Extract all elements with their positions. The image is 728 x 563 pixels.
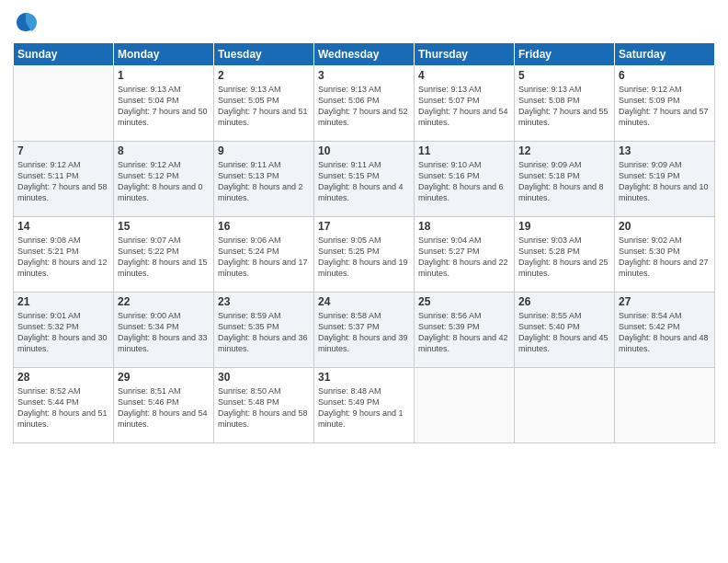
day-info: Sunrise: 8:56 AM Sunset: 5:39 PM Dayligh…: [418, 310, 510, 355]
day-number: 4: [418, 69, 510, 82]
day-cell: 30Sunrise: 8:50 AM Sunset: 5:48 PM Dayli…: [214, 368, 314, 443]
day-cell: 12Sunrise: 9:09 AM Sunset: 5:18 PM Dayli…: [515, 142, 615, 217]
day-cell: 6Sunrise: 9:12 AM Sunset: 5:09 PM Daylig…: [615, 66, 715, 142]
day-info: Sunrise: 9:09 AM Sunset: 5:18 PM Dayligh…: [518, 159, 610, 204]
day-info: Sunrise: 8:55 AM Sunset: 5:40 PM Dayligh…: [518, 310, 610, 355]
header-cell-saturday: Saturday: [615, 43, 715, 66]
day-cell: 23Sunrise: 8:59 AM Sunset: 5:35 PM Dayli…: [214, 293, 314, 368]
header-cell-monday: Monday: [114, 43, 214, 66]
day-cell: 14Sunrise: 9:08 AM Sunset: 5:21 PM Dayli…: [14, 217, 114, 293]
day-number: 9: [218, 144, 310, 157]
day-number: 25: [418, 295, 510, 308]
day-info: Sunrise: 9:13 AM Sunset: 5:07 PM Dayligh…: [418, 84, 510, 129]
day-number: 21: [17, 295, 109, 308]
header-cell-sunday: Sunday: [14, 43, 114, 66]
day-number: 10: [318, 144, 410, 157]
day-cell: 3Sunrise: 9:13 AM Sunset: 5:06 PM Daylig…: [314, 66, 415, 142]
day-info: Sunrise: 9:12 AM Sunset: 5:12 PM Dayligh…: [118, 159, 210, 204]
day-cell: 27Sunrise: 8:54 AM Sunset: 5:42 PM Dayli…: [615, 293, 715, 368]
day-number: 17: [318, 220, 410, 233]
day-number: 29: [118, 371, 210, 384]
day-cell: 16Sunrise: 9:06 AM Sunset: 5:24 PM Dayli…: [214, 217, 314, 293]
day-cell: 26Sunrise: 8:55 AM Sunset: 5:40 PM Dayli…: [515, 293, 615, 368]
header: [13, 9, 715, 35]
header-cell-thursday: Thursday: [415, 43, 515, 66]
day-info: Sunrise: 9:08 AM Sunset: 5:21 PM Dayligh…: [17, 235, 109, 280]
week-row-1: 1Sunrise: 9:13 AM Sunset: 5:04 PM Daylig…: [14, 66, 715, 142]
day-info: Sunrise: 9:12 AM Sunset: 5:09 PM Dayligh…: [619, 84, 711, 129]
day-cell: 19Sunrise: 9:03 AM Sunset: 5:28 PM Dayli…: [515, 217, 615, 293]
day-info: Sunrise: 9:09 AM Sunset: 5:19 PM Dayligh…: [619, 159, 711, 204]
day-number: 19: [518, 220, 610, 233]
day-cell: 1Sunrise: 9:13 AM Sunset: 5:04 PM Daylig…: [114, 66, 214, 142]
day-cell: [515, 368, 615, 443]
day-cell: 5Sunrise: 9:13 AM Sunset: 5:08 PM Daylig…: [515, 66, 615, 142]
day-number: 16: [218, 220, 310, 233]
header-cell-tuesday: Tuesday: [214, 43, 314, 66]
day-info: Sunrise: 8:50 AM Sunset: 5:48 PM Dayligh…: [218, 385, 310, 431]
day-cell: [14, 66, 114, 142]
day-cell: 4Sunrise: 9:13 AM Sunset: 5:07 PM Daylig…: [415, 66, 515, 142]
day-info: Sunrise: 9:13 AM Sunset: 5:04 PM Dayligh…: [118, 84, 210, 129]
day-number: 22: [118, 295, 210, 308]
day-cell: 8Sunrise: 9:12 AM Sunset: 5:12 PM Daylig…: [114, 142, 214, 217]
day-cell: 7Sunrise: 9:12 AM Sunset: 5:11 PM Daylig…: [14, 142, 114, 217]
day-info: Sunrise: 9:05 AM Sunset: 5:25 PM Dayligh…: [318, 235, 410, 280]
day-cell: [415, 368, 515, 443]
day-info: Sunrise: 9:01 AM Sunset: 5:32 PM Dayligh…: [17, 310, 109, 355]
day-info: Sunrise: 9:13 AM Sunset: 5:06 PM Dayligh…: [318, 84, 410, 129]
day-number: 30: [218, 371, 310, 384]
calendar-page: SundayMondayTuesdayWednesdayThursdayFrid…: [0, 0, 728, 563]
day-cell: [615, 368, 715, 443]
day-cell: 9Sunrise: 9:11 AM Sunset: 5:13 PM Daylig…: [214, 142, 314, 217]
day-number: 11: [418, 144, 510, 157]
day-info: Sunrise: 9:13 AM Sunset: 5:05 PM Dayligh…: [218, 84, 310, 129]
day-cell: 13Sunrise: 9:09 AM Sunset: 5:19 PM Dayli…: [615, 142, 715, 217]
day-cell: 15Sunrise: 9:07 AM Sunset: 5:22 PM Dayli…: [114, 217, 214, 293]
day-number: 20: [619, 220, 711, 233]
day-cell: 10Sunrise: 9:11 AM Sunset: 5:15 PM Dayli…: [314, 142, 415, 217]
day-cell: 21Sunrise: 9:01 AM Sunset: 5:32 PM Dayli…: [14, 293, 114, 368]
header-cell-wednesday: Wednesday: [314, 43, 415, 66]
day-cell: 17Sunrise: 9:05 AM Sunset: 5:25 PM Dayli…: [314, 217, 415, 293]
day-info: Sunrise: 9:03 AM Sunset: 5:28 PM Dayligh…: [518, 235, 610, 280]
day-info: Sunrise: 9:06 AM Sunset: 5:24 PM Dayligh…: [218, 235, 310, 280]
week-row-3: 14Sunrise: 9:08 AM Sunset: 5:21 PM Dayli…: [14, 217, 715, 293]
day-number: 3: [318, 69, 410, 82]
day-number: 5: [518, 69, 610, 82]
day-number: 8: [118, 144, 210, 157]
day-info: Sunrise: 8:54 AM Sunset: 5:42 PM Dayligh…: [619, 310, 711, 355]
logo-icon: [13, 9, 39, 35]
day-number: 12: [518, 144, 610, 157]
day-number: 26: [518, 295, 610, 308]
day-cell: 22Sunrise: 9:00 AM Sunset: 5:34 PM Dayli…: [114, 293, 214, 368]
day-info: Sunrise: 8:52 AM Sunset: 5:44 PM Dayligh…: [17, 385, 109, 431]
day-number: 28: [17, 371, 109, 384]
day-info: Sunrise: 9:07 AM Sunset: 5:22 PM Dayligh…: [118, 235, 210, 280]
day-info: Sunrise: 8:51 AM Sunset: 5:46 PM Dayligh…: [118, 385, 210, 431]
logo: [13, 9, 42, 35]
day-info: Sunrise: 9:12 AM Sunset: 5:11 PM Dayligh…: [17, 159, 109, 204]
header-cell-friday: Friday: [515, 43, 615, 66]
day-cell: 24Sunrise: 8:58 AM Sunset: 5:37 PM Dayli…: [314, 293, 415, 368]
day-info: Sunrise: 8:58 AM Sunset: 5:37 PM Dayligh…: [318, 310, 410, 355]
day-number: 13: [619, 144, 711, 157]
day-info: Sunrise: 9:13 AM Sunset: 5:08 PM Dayligh…: [518, 84, 610, 129]
day-info: Sunrise: 9:10 AM Sunset: 5:16 PM Dayligh…: [418, 159, 510, 204]
day-info: Sunrise: 9:02 AM Sunset: 5:30 PM Dayligh…: [619, 235, 711, 280]
day-info: Sunrise: 9:04 AM Sunset: 5:27 PM Dayligh…: [418, 235, 510, 280]
day-info: Sunrise: 8:48 AM Sunset: 5:49 PM Dayligh…: [318, 385, 410, 431]
day-cell: 25Sunrise: 8:56 AM Sunset: 5:39 PM Dayli…: [415, 293, 515, 368]
day-number: 14: [17, 220, 109, 233]
day-cell: 28Sunrise: 8:52 AM Sunset: 5:44 PM Dayli…: [14, 368, 114, 443]
day-number: 2: [218, 69, 310, 82]
day-number: 23: [218, 295, 310, 308]
day-info: Sunrise: 9:11 AM Sunset: 5:15 PM Dayligh…: [318, 159, 410, 204]
day-cell: 20Sunrise: 9:02 AM Sunset: 5:30 PM Dayli…: [615, 217, 715, 293]
day-info: Sunrise: 9:00 AM Sunset: 5:34 PM Dayligh…: [118, 310, 210, 355]
day-cell: 11Sunrise: 9:10 AM Sunset: 5:16 PM Dayli…: [415, 142, 515, 217]
day-cell: 29Sunrise: 8:51 AM Sunset: 5:46 PM Dayli…: [114, 368, 214, 443]
day-number: 6: [619, 69, 711, 82]
week-row-5: 28Sunrise: 8:52 AM Sunset: 5:44 PM Dayli…: [14, 368, 715, 443]
header-row: SundayMondayTuesdayWednesdayThursdayFrid…: [14, 43, 715, 66]
